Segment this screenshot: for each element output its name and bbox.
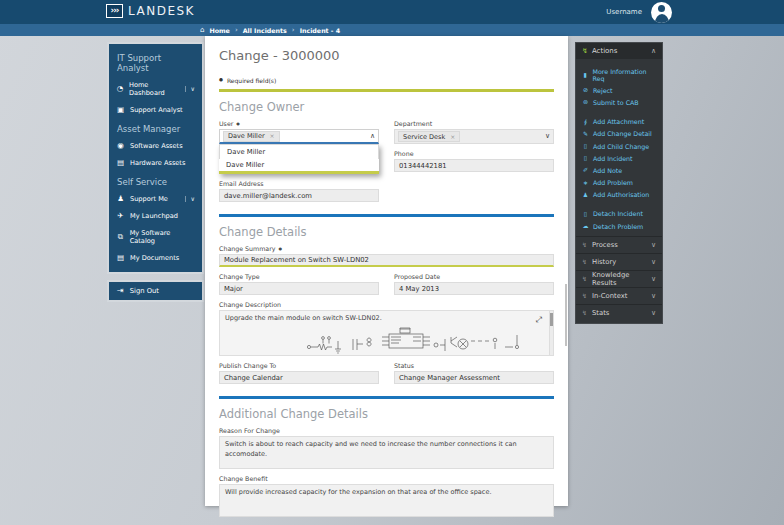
action-more-information-req[interactable]: ▮ More Information Req <box>576 65 662 84</box>
sign-out-icon: ⇥ <box>117 287 124 295</box>
change-summary-field[interactable]: Module Replacement on Switch SW-LDN02 <box>219 254 554 267</box>
sidebar-item-label: Software Assets <box>130 142 183 150</box>
change-benefit-textarea[interactable]: Will provide increased capacity for the … <box>219 484 554 517</box>
remove-chip-icon[interactable]: × <box>450 134 455 140</box>
sidebar-item-home-dashboard[interactable]: ◔ Home Dashboard ∨ <box>109 76 202 101</box>
breadcrumb-all-incidents[interactable]: All Incidents <box>243 27 287 34</box>
change-type-label: Change Type <box>219 273 379 280</box>
pin-icon: ↯ <box>582 310 587 316</box>
action-detach-incident[interactable]: ▯ Detach Incident <box>576 208 662 220</box>
description-scrollbar[interactable] <box>549 311 553 355</box>
description-scrollbar-thumb[interactable] <box>550 313 553 326</box>
chevron-down-icon[interactable]: ∨ <box>185 86 195 92</box>
reject-icon: ⊘ <box>582 87 589 93</box>
remove-chip-icon[interactable]: × <box>270 133 275 139</box>
change-benefit-label-text: Change Benefit <box>219 475 268 482</box>
action-detach-problem[interactable]: ☁ Detach Problem <box>576 220 662 232</box>
chevron-down-icon[interactable]: ∨ <box>651 259 656 266</box>
chevron-down-icon[interactable]: ∨ <box>651 242 656 249</box>
action-add-authorisation[interactable]: ♟ Add Authorisation <box>576 189 662 201</box>
action-label: Reject <box>593 87 613 94</box>
phone-field[interactable]: 01344442181 <box>394 159 554 172</box>
home-icon[interactable]: ⌂ <box>200 27 204 34</box>
document-icon: ▯ <box>582 155 589 161</box>
user-avatar[interactable] <box>651 2 672 23</box>
sidebar-nav: IT Support Analyst ◔ Home Dashboard ∨ ▣ … <box>107 42 204 274</box>
sidebar-item-support-analyst[interactable]: ▣ Support Analyst <box>109 101 202 118</box>
department-combobox[interactable]: Service Desk × ∨ <box>394 129 554 144</box>
main-scrollbar-thumb[interactable] <box>565 284 567 346</box>
landesk-app-window: ››› LANDESK Username ⌂ Home › All Incide… <box>0 0 784 525</box>
email-field[interactable]: dave.miller@landesk.com <box>219 189 379 202</box>
user-combobox[interactable]: Dave Miller × ∧ <box>219 129 379 144</box>
reason-for-change-textarea[interactable]: Switch is about to reach capacity and we… <box>219 436 554 469</box>
expand-icon[interactable]: ⤢ <box>536 316 542 324</box>
proposed-date-field[interactable]: 4 May 2013 <box>394 282 554 295</box>
chevron-up-icon[interactable]: ∧ <box>651 48 656 55</box>
user-dropdown-option[interactable]: Dave Miller <box>219 144 379 159</box>
section-process[interactable]: ↯ Process ∨ <box>576 236 662 253</box>
status-field[interactable]: Change Manager Assessment <box>394 371 554 384</box>
chevron-down-icon[interactable]: ∨ <box>185 196 195 202</box>
action-label: Detach Incident <box>593 210 643 217</box>
section-in-context[interactable]: ↯ In-Context ∨ <box>576 287 662 304</box>
action-submit-to-cab[interactable]: ⊚ Submit to CAB <box>576 96 662 108</box>
change-type-label-text: Change Type <box>219 273 260 280</box>
user-chip-label: Dave Miller <box>228 132 265 140</box>
user-label-text: User <box>219 120 233 127</box>
department-selected-chip[interactable]: Service Desk × <box>398 131 460 142</box>
actions-group-gap <box>576 109 662 116</box>
status-label: Status <box>394 362 554 369</box>
submit-icon: ⊚ <box>582 99 589 105</box>
sidebar-item-my-launchpad[interactable]: ✈ My Launchpad <box>109 207 202 224</box>
department-label-text: Department <box>394 120 432 127</box>
breadcrumb-incident-4[interactable]: Incident - 4 <box>300 27 340 34</box>
chevron-down-icon[interactable]: ∨ <box>545 133 550 140</box>
action-add-incident[interactable]: ▯ Add Incident <box>576 152 662 164</box>
change-description-editor[interactable]: Upgrade the main module on switch SW-LDN… <box>219 310 554 356</box>
actions-header[interactable]: ↯ Actions ∧ <box>576 43 662 59</box>
change-description-label: Change Description <box>219 301 554 308</box>
department-chip-label: Service Desk <box>403 133 445 141</box>
change-type-field[interactable]: Major <box>219 282 379 295</box>
sign-out-button[interactable]: ⇥ Sign Out <box>107 280 204 302</box>
actions-group-gap <box>576 201 662 208</box>
publish-change-to-label-text: Publish Change To <box>219 362 276 369</box>
chevron-up-icon[interactable]: ∧ <box>370 133 375 140</box>
landesk-logo: ››› LANDESK <box>106 4 195 18</box>
monitor-icon: ▣ <box>116 106 125 114</box>
user-dropdown-option[interactable]: Dave Miller <box>219 159 379 174</box>
sidebar-item-support-me[interactable]: ♟ Support Me ∨ <box>109 190 202 207</box>
sidebar-heading-it-support-analyst: IT Support Analyst <box>109 47 202 76</box>
sidebar-item-hardware-assets[interactable]: ▤ Hardware Assets <box>109 154 202 171</box>
section-knowledge-results[interactable]: ↯ Knowledge Results ∨ <box>576 270 662 287</box>
section-history[interactable]: ↯ History ∨ <box>576 253 662 270</box>
action-add-note[interactable]: ✐ Add Note <box>576 164 662 176</box>
sidebar-item-my-software-catalog[interactable]: ⧉ My Software Catalog <box>109 224 202 249</box>
username-label[interactable]: Username <box>606 8 642 16</box>
action-label: Add Child Change <box>593 143 649 150</box>
chevron-down-icon[interactable]: ∨ <box>651 276 656 283</box>
proposed-date-label: Proposed Date <box>394 273 554 280</box>
action-add-problem[interactable]: ∗ Add Problem <box>576 177 662 189</box>
user-selected-chip[interactable]: Dave Miller × <box>223 131 280 142</box>
reason-for-change-label-text: Reason For Change <box>219 427 280 434</box>
action-reject[interactable]: ⊘ Reject <box>576 84 662 96</box>
sidebar-item-label: Support Analyst <box>130 106 183 114</box>
action-add-attachment[interactable]: ∮ Add Attachment <box>576 116 662 128</box>
breadcrumb-home[interactable]: Home <box>209 27 229 34</box>
person-icon: ♟ <box>582 192 589 198</box>
chevron-down-icon[interactable]: ∨ <box>651 293 656 300</box>
action-label: Add Attachment <box>593 118 644 125</box>
sidebar-item-software-assets[interactable]: ◉ Software Assets <box>109 137 202 154</box>
action-add-change-detail[interactable]: ✎ Add Change Detail <box>576 128 662 140</box>
section-title-change-owner: Change Owner <box>219 100 554 114</box>
change-summary-label-text: Change Summary <box>219 245 276 252</box>
landesk-logo-text: LANDESK <box>128 4 195 18</box>
publish-change-to-field[interactable]: Change Calendar <box>219 371 379 384</box>
sidebar-item-my-documents[interactable]: ▤ My Documents <box>109 249 202 266</box>
chevron-down-icon[interactable]: ∨ <box>651 310 656 317</box>
section-stats[interactable]: ↯ Stats ∨ <box>576 304 662 321</box>
action-add-child-change[interactable]: ▯ Add Child Change <box>576 140 662 152</box>
pin-icon: ↯ <box>582 242 587 248</box>
